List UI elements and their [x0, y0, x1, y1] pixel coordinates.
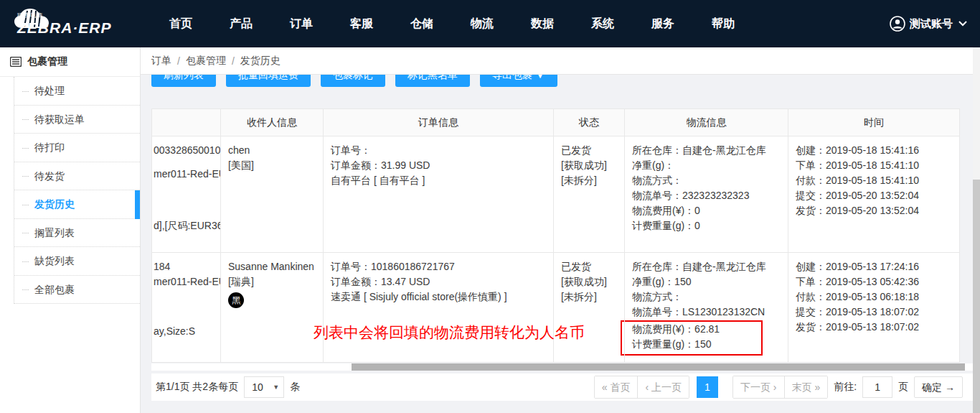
vertical-scrollbar-thumb[interactable]: [973, 180, 980, 413]
logistics-method: 物流方式：: [632, 173, 781, 188]
nav-item-data[interactable]: 数据: [512, 0, 573, 47]
breadcrumb: 订单 / 包裹管理 / 发货历史: [141, 47, 980, 75]
order-amount: 订单金额：31.99 USD: [331, 158, 546, 173]
pagination-bar: 第1/1页 共2条每页 10 ▼ 条 « 首页 ‹ 上一页 1 下一页 › 末页…: [151, 373, 973, 401]
breadcrumb-package-management[interactable]: 包裹管理: [186, 55, 226, 68]
sidebar-menu: 待处理 待获取运单 待打印 待发货 发货历史 搁置列表 缺货列表 全部包裹: [14, 77, 140, 304]
logo[interactable]: 跨境电商 ZEBRA·ERP: [0, 8, 141, 40]
horizontal-scrollbar-thumb[interactable]: [352, 363, 965, 371]
blacklist-badge: 黑: [228, 292, 244, 308]
sidebar-item-to-ship[interactable]: 待发货: [14, 162, 140, 191]
first-page-button[interactable]: « 首页: [595, 376, 638, 398]
next-page-button[interactable]: 下一页 ›: [733, 376, 784, 398]
logistics-fee: 物流费用(¥)：62.81: [632, 322, 761, 337]
pagination-group-next: 下一页 › 末页 »: [732, 376, 828, 399]
sidebar-item-on-hold[interactable]: 搁置列表: [14, 219, 140, 248]
package-list-icon: [10, 57, 22, 67]
logistics-warehouse: 所在仓库：自建仓-黑龙江仓库: [632, 143, 781, 158]
col-header-status: 状态: [554, 109, 625, 136]
sidebar-header-label: 包裹管理: [27, 55, 67, 68]
logistics-tracking-number: 物流单号：232323232323: [632, 188, 781, 203]
order-number: 订单号：101860186721767: [331, 259, 546, 274]
nav-item-help[interactable]: 帮助: [693, 0, 753, 47]
order-platform: 自有平台 [ 自有平台 ]: [331, 173, 546, 188]
sidebar-item-to-print[interactable]: 待打印: [14, 134, 140, 162]
order-amount: 订单金额：13.47 USD: [331, 274, 546, 289]
time-paid: 付款：2019-05-13 06:18:18: [796, 289, 952, 305]
sidebar-item-awaiting-waybill[interactable]: 待获取运单: [14, 106, 140, 134]
product-sku: 184: [154, 259, 213, 274]
logo-subtitle: 跨境电商: [17, 13, 112, 19]
col-header-order-info: 订单信息: [324, 109, 554, 136]
logistics-tracking-number: 物流单号：LS1230123132CN: [632, 305, 781, 320]
nav-item-system[interactable]: 系统: [573, 0, 633, 47]
time-created: 创建：2019-05-13 17:24:16: [796, 259, 952, 274]
nav-item-home[interactable]: 首页: [151, 0, 211, 47]
status-shipped: 已发货: [561, 143, 617, 158]
logistics-fee: 物流费用(¥)：0: [632, 203, 781, 218]
breadcrumb-separator: /: [232, 55, 235, 67]
logistics-billing-weight: 计费重量(g)：150: [632, 337, 761, 352]
order-platform: 速卖通 [ Sisjuly official store(操作慎重) ]: [331, 289, 546, 305]
status-shipped: 已发货: [561, 259, 617, 274]
vertical-scrollbar: [973, 47, 980, 413]
nav-item-logistics[interactable]: 物流: [452, 0, 512, 47]
top-navbar: 跨境电商 ZEBRA·ERP 首页 产品 订单 客服 仓储 物流 数据 系统 服…: [0, 0, 980, 47]
account-name: 测试账号: [910, 17, 953, 31]
sidebar-item-out-of-stock[interactable]: 缺货列表: [14, 247, 140, 276]
sidebar-header: 包裹管理: [0, 47, 140, 77]
product-attr: d],[尺码:EUR36]: [154, 218, 213, 233]
breadcrumb-current: 发货历史: [240, 55, 281, 68]
pagination-controls: « 首页 ‹ 上一页 1 下一页 › 末页 » 前往: 页 确定 →: [594, 376, 963, 399]
nav-item-products[interactable]: 产品: [211, 0, 271, 47]
per-page-value: 10: [252, 381, 263, 393]
col-header-product: [152, 109, 221, 136]
breadcrumb-separator: /: [177, 55, 180, 67]
product-sku: 0033286500107: [154, 143, 213, 158]
logistics-net-weight: 净重(g)：150: [632, 274, 781, 289]
sidebar-item-pending[interactable]: 待处理: [14, 77, 140, 106]
product-variant: mer011-Red-EU: [154, 274, 213, 289]
nav-item-orders[interactable]: 订单: [271, 0, 331, 47]
time-shipped: 发货：2019-05-13 18:07:02: [796, 320, 952, 335]
prev-page-button[interactable]: ‹ 上一页: [637, 376, 689, 398]
recipient-country: [瑞典]: [228, 274, 316, 289]
sidebar-item-all-packages[interactable]: 全部包裹: [14, 276, 140, 305]
horizontal-scrollbar: [151, 363, 973, 371]
user-avatar-icon: [890, 16, 905, 32]
sidebar-item-shipping-history[interactable]: 发货历史: [14, 190, 140, 219]
col-header-recipient: 收件人信息: [221, 109, 324, 136]
breadcrumb-orders[interactable]: 订单: [151, 55, 171, 68]
table-row: 0033286500107 mer011-Red-EU d],[尺码:EUR36…: [152, 136, 960, 253]
time-submitted: 提交：2019-05-13 18:07:02: [796, 305, 952, 320]
order-number: 订单号：: [331, 143, 546, 158]
nav-item-warehouse[interactable]: 仓储: [392, 0, 452, 47]
status-split: [未拆分]: [561, 173, 617, 188]
recipient-country: [美国]: [228, 158, 316, 173]
last-page-button[interactable]: 末页 »: [784, 376, 828, 398]
account-menu[interactable]: 测试账号: [890, 16, 980, 32]
recipient-name: chen: [228, 143, 316, 158]
confirm-goto-button[interactable]: 确定 →: [914, 376, 963, 398]
logo-brand: ZEBRA·ERP: [17, 20, 112, 35]
time-paid: 付款：2019-05-18 15:41:10: [796, 173, 952, 188]
red-annotation-text: 列表中会将回填的物流费用转化为人名币: [314, 322, 585, 343]
current-page-button[interactable]: 1: [697, 376, 718, 398]
main-content: 订单 / 包裹管理 / 发货历史 刷新列表 批量回填运费 包裹标记 标记黑名单 …: [141, 47, 980, 413]
col-header-time: 时间: [788, 109, 960, 136]
goto-page-input[interactable]: [862, 376, 892, 398]
status-split: [未拆分]: [561, 289, 617, 305]
logistics-warehouse: 所在仓库：自建仓-黑龙江仓库: [632, 259, 781, 274]
time-submitted: 提交：2019-05-20 13:52:04: [796, 188, 952, 203]
product-variant: mer011-Red-EU: [154, 167, 213, 182]
time-shipped: 发货：2019-05-20 13:52:04: [796, 203, 952, 218]
table-header-row: 收件人信息 订单信息 状态 物流信息 时间: [152, 109, 960, 136]
nav-item-service[interactable]: 客服: [331, 0, 392, 47]
per-page-select[interactable]: 10 ▼: [244, 376, 284, 398]
time-ordered: 下单：2019-05-13 05:42:36: [796, 274, 952, 289]
nav-item-services[interactable]: 服务: [633, 0, 693, 47]
per-page-unit: 条: [290, 381, 300, 394]
goto-label: 前往:: [834, 381, 857, 394]
sidebar: 包裹管理 待处理 待获取运单 待打印 待发货 发货历史 搁置列表 缺货列表 全部…: [0, 47, 141, 413]
logistics-method: 物流方式：: [632, 289, 781, 305]
